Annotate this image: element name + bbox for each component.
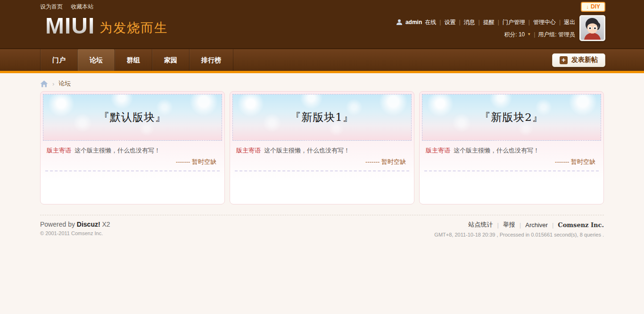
moderator-note: 版主寄语这个版主很懒，什么也没有写！ <box>426 146 597 154</box>
forum-card-new1: 『新版块1』 版主寄语这个版主很懒，什么也没有写！ ------- 暂时空缺 <box>230 91 414 204</box>
chevron-down-icon[interactable]: ▼ <box>527 31 531 38</box>
tab-group[interactable]: 群组 <box>115 49 152 71</box>
powered-by: Powered by Discuz! X2 <box>40 221 110 228</box>
moderator-note-text: 这个版主很懒，什么也没有写！ <box>454 147 539 154</box>
messages-link[interactable]: 消息 <box>464 18 475 26</box>
forum-title[interactable]: 『新版块2』 <box>479 110 544 125</box>
page-footer: Powered by Discuz! X2 © 2001-2011 Comsen… <box>40 215 604 238</box>
new-post-button[interactable]: + 发表新帖 <box>552 53 605 67</box>
separator: | <box>478 18 480 26</box>
separator: | <box>458 18 461 26</box>
plus-icon: + <box>560 56 568 64</box>
separator: | <box>497 221 498 229</box>
separator: | <box>439 18 441 26</box>
breadcrumb: › 论坛 <box>40 79 604 88</box>
divider <box>424 170 599 171</box>
logout-link[interactable]: 退出 <box>564 18 575 26</box>
new-post-label: 发表新帖 <box>571 56 598 64</box>
logo-slogan: 为发烧而生 <box>99 19 168 36</box>
separator: | <box>528 18 530 26</box>
nav-tabs: 门户 论坛 群组 家园 排行榜 <box>40 49 233 71</box>
tab-portal[interactable]: 门户 <box>40 49 77 71</box>
forum-banner[interactable]: 『新版块1』 <box>232 94 412 141</box>
footer-links: 站点统计 | 举报 | Archiver | Comsenz Inc. <box>434 221 604 229</box>
footer-stats: GMT+8, 2011-10-18 20:39 , Processed in 0… <box>434 232 604 238</box>
archiver-link[interactable]: Archiver <box>525 221 548 229</box>
moderator-vacancy: ------- 暂时空缺 <box>238 158 406 166</box>
comsenz-link[interactable]: Comsenz Inc. <box>558 221 604 229</box>
logo-text: MIUI <box>45 14 95 38</box>
moderator-note-label: 版主寄语 <box>47 147 71 154</box>
moderator-vacancy: ------- 暂时空缺 <box>49 158 216 166</box>
moderator-note-label: 版主寄语 <box>426 147 450 154</box>
tab-ranking[interactable]: 排行榜 <box>189 49 233 71</box>
home-icon[interactable] <box>40 80 48 87</box>
site-header: 设为首页 收藏本站 ↓ DIY MIUI 为发烧而生 admin 在线 | 设置… <box>0 0 644 49</box>
diy-label: DIY <box>591 3 600 10</box>
user-stats-row: 积分: 10 ▼ | 用户组: 管理员 <box>396 31 575 38</box>
forum-banner[interactable]: 『默认版块』 <box>43 94 222 141</box>
set-home-link[interactable]: 设为首页 <box>40 3 63 10</box>
tab-home[interactable]: 家园 <box>152 49 189 71</box>
separator: | <box>559 18 561 26</box>
moderator-vacancy: ------- 暂时空缺 <box>428 158 595 166</box>
reminders-link[interactable]: 提醒 <box>483 18 495 26</box>
site-logo[interactable]: MIUI 为发烧而生 <box>45 14 168 38</box>
diy-button[interactable]: ↓ DIY <box>581 2 605 12</box>
username-link[interactable]: admin <box>405 18 422 26</box>
arrow-down-icon: ↓ <box>586 4 589 9</box>
breadcrumb-separator: › <box>52 80 54 87</box>
topbar-links: 设为首页 收藏本站 <box>40 3 100 11</box>
forum-card-default: 『默认版块』 版主寄语这个版主很懒，什么也没有写！ ------- 暂时空缺 <box>40 91 225 204</box>
separator: | <box>533 31 536 38</box>
user-panel: admin 在线 | 设置 | 消息 | 提醒 | 门户管理 | 管理中心 | … <box>396 18 575 38</box>
usergroup-label: 用户组: 管理员 <box>538 31 575 38</box>
copyright: © 2001-2011 Comsenz Inc. <box>40 230 110 236</box>
add-favorite-link[interactable]: 收藏本站 <box>71 3 93 10</box>
user-icon <box>396 19 403 25</box>
breadcrumb-forum[interactable]: 论坛 <box>58 79 71 88</box>
report-link[interactable]: 举报 <box>503 221 515 229</box>
credits-link[interactable]: 积分: 10 <box>504 31 525 38</box>
moderator-note: 版主寄语这个版主很懒，什么也没有写！ <box>47 146 218 154</box>
footer-right: 站点统计 | 举报 | Archiver | Comsenz Inc. GMT+… <box>434 221 604 238</box>
product-version: X2 <box>102 221 110 228</box>
forum-card-new2: 『新版块2』 版主寄语这个版主很懒，什么也没有写！ ------- 暂时空缺 <box>419 91 604 204</box>
online-status: 在线 <box>425 18 436 26</box>
product-link[interactable]: Discuz! <box>77 221 100 228</box>
forum-title[interactable]: 『默认版块』 <box>99 110 166 125</box>
divider <box>45 170 220 171</box>
settings-link[interactable]: 设置 <box>444 18 455 26</box>
user-links-row: admin 在线 | 设置 | 消息 | 提醒 | 门户管理 | 管理中心 | … <box>396 18 575 26</box>
moderator-note: 版主寄语这个版主很懒，什么也没有写！ <box>236 146 408 154</box>
divider <box>235 170 409 171</box>
powered-prefix: Powered by <box>40 221 75 228</box>
moderator-note-label: 版主寄语 <box>236 147 261 154</box>
portal-admin-link[interactable]: 门户管理 <box>503 18 525 26</box>
site-stats-link[interactable]: 站点统计 <box>468 221 493 229</box>
forum-banner[interactable]: 『新版块2』 <box>422 94 601 141</box>
separator: | <box>497 18 500 26</box>
tab-forum[interactable]: 论坛 <box>77 49 115 71</box>
forum-title[interactable]: 『新版块1』 <box>290 110 354 125</box>
footer-left: Powered by Discuz! X2 © 2001-2011 Comsen… <box>40 221 110 236</box>
main-nav: 门户 论坛 群组 家园 排行榜 + 发表新帖 <box>0 49 644 73</box>
separator: | <box>552 221 553 229</box>
separator: | <box>520 221 521 229</box>
admin-center-link[interactable]: 管理中心 <box>533 18 556 26</box>
moderator-note-text: 这个版主很懒，什么也没有写！ <box>264 147 350 154</box>
moderator-note-text: 这个版主很懒，什么也没有写！ <box>74 147 160 154</box>
avatar[interactable] <box>579 15 605 41</box>
forum-list: 『默认版块』 版主寄语这个版主很懒，什么也没有写！ ------- 暂时空缺 『… <box>40 91 604 204</box>
